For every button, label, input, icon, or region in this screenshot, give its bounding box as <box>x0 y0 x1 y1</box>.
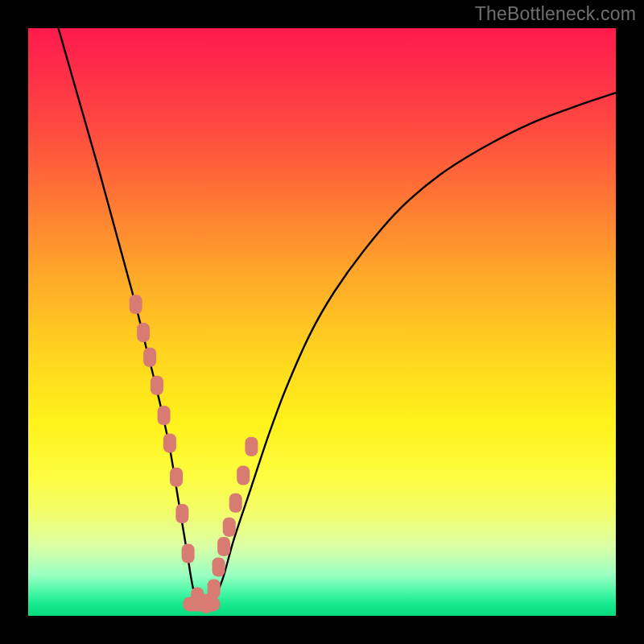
data-marker-min <box>183 597 220 611</box>
data-marker <box>213 557 225 576</box>
data-marker <box>208 579 221 598</box>
data-marker <box>151 376 163 395</box>
data-marker <box>223 518 236 537</box>
chart-frame: TheBottleneck.com <box>0 0 644 644</box>
data-marker <box>175 504 188 523</box>
data-marker <box>245 437 258 456</box>
data-marker <box>229 493 242 513</box>
bottleneck-curve <box>28 28 616 607</box>
curve-layer <box>28 28 616 616</box>
marker-group <box>130 295 258 613</box>
data-marker <box>237 466 250 485</box>
data-marker <box>130 295 142 314</box>
data-marker <box>163 433 176 452</box>
data-marker <box>143 348 156 367</box>
curve-path <box>28 28 616 607</box>
data-marker <box>170 468 183 487</box>
data-marker <box>137 323 150 342</box>
data-marker <box>182 544 195 564</box>
plot-area <box>28 28 616 616</box>
watermark-text: TheBottleneck.com <box>475 3 636 25</box>
data-marker <box>217 537 230 556</box>
data-marker <box>158 406 171 425</box>
